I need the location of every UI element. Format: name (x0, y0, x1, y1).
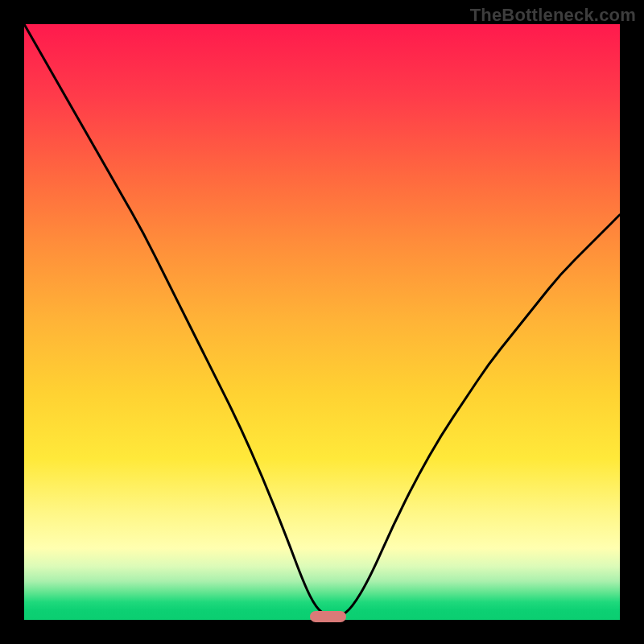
optimal-marker (310, 611, 345, 622)
chart-frame: TheBottleneck.com (0, 0, 644, 644)
curve-layer (24, 24, 620, 620)
watermark-text: TheBottleneck.com (470, 5, 636, 26)
bottleneck-curve (24, 24, 620, 617)
plot-area (24, 24, 620, 620)
